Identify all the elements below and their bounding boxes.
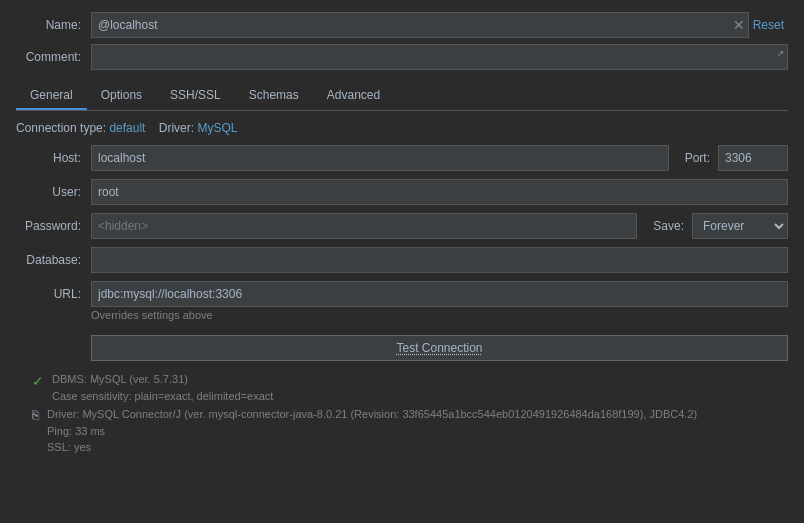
- save-section: Save: Forever Until restart Never Ask: [653, 213, 788, 239]
- tab-advanced[interactable]: Advanced: [313, 82, 394, 110]
- status-row-copy: ⎘ Driver: MySQL Connector/J (ver. mysql-…: [32, 406, 788, 456]
- expand-comment-button[interactable]: ↗: [776, 48, 784, 59]
- conn-type-label: Connection type:: [16, 121, 106, 135]
- save-select[interactable]: Forever Until restart Never Ask: [692, 213, 788, 239]
- name-label: Name:: [16, 18, 91, 32]
- status-row-check: ✓ DBMS: MySQL (ver. 5.7.31) Case sensiti…: [32, 371, 788, 404]
- url-hint: Overrides settings above: [91, 309, 788, 321]
- name-input[interactable]: [91, 12, 749, 38]
- database-input[interactable]: [91, 247, 788, 273]
- name-input-wrap: ✕: [91, 12, 749, 38]
- dbms-line: DBMS: MySQL (ver. 5.7.31): [52, 371, 273, 388]
- port-input[interactable]: [718, 145, 788, 171]
- port-label: Port:: [685, 151, 710, 165]
- tab-general[interactable]: General: [16, 82, 87, 110]
- status-section: ✓ DBMS: MySQL (ver. 5.7.31) Case sensiti…: [32, 371, 788, 458]
- reset-button[interactable]: Reset: [749, 18, 788, 32]
- test-connection-button[interactable]: Test Connection: [91, 335, 788, 361]
- tab-options[interactable]: Options: [87, 82, 156, 110]
- url-input[interactable]: [91, 281, 788, 307]
- port-section: Port:: [685, 145, 788, 171]
- host-input[interactable]: [91, 145, 669, 171]
- database-label: Database:: [16, 253, 91, 267]
- conn-driver-value: MySQL: [197, 121, 237, 135]
- url-label: URL:: [16, 287, 91, 301]
- user-input[interactable]: [91, 179, 788, 205]
- save-label: Save:: [653, 219, 684, 233]
- status-text-driver: Driver: MySQL Connector/J (ver. mysql-co…: [47, 406, 697, 456]
- clear-name-button[interactable]: ✕: [733, 18, 745, 32]
- check-icon: ✓: [32, 373, 44, 389]
- comment-input-wrap: ↗: [91, 44, 788, 70]
- status-text-main: DBMS: MySQL (ver. 5.7.31) Case sensitivi…: [52, 371, 273, 404]
- driver-line: Driver: MySQL Connector/J (ver. mysql-co…: [47, 406, 697, 423]
- comment-label: Comment:: [16, 50, 91, 64]
- copy-icon[interactable]: ⎘: [32, 408, 39, 422]
- ssl-line: SSL: yes: [47, 439, 697, 456]
- host-label: Host:: [16, 151, 91, 165]
- case-line: Case sensitivity: plain=exact, delimited…: [52, 388, 273, 405]
- ping-line: Ping: 33 ms: [47, 423, 697, 440]
- conn-type-value: default: [109, 121, 145, 135]
- password-input[interactable]: [91, 213, 637, 239]
- conn-driver-label: Driver:: [159, 121, 194, 135]
- comment-input[interactable]: [91, 44, 788, 70]
- password-label: Password:: [16, 219, 91, 233]
- tabs-bar: General Options SSH/SSL Schemas Advanced: [16, 82, 788, 111]
- tab-schemas[interactable]: Schemas: [235, 82, 313, 110]
- tab-ssh-ssl[interactable]: SSH/SSL: [156, 82, 235, 110]
- connection-info: Connection type: default Driver: MySQL: [16, 121, 788, 135]
- user-label: User:: [16, 185, 91, 199]
